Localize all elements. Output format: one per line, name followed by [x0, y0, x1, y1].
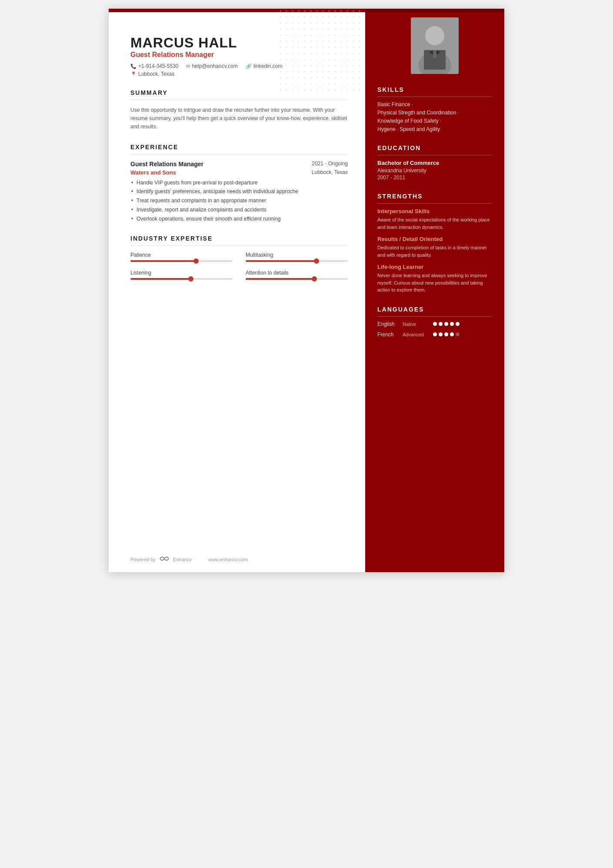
expertise-patience: Patience — [130, 252, 233, 262]
bullet-3: Treat requests and complaints in an appr… — [130, 197, 348, 204]
brand-name: Enhancv — [173, 557, 192, 562]
dot-f1 — [433, 332, 437, 336]
dot-5 — [456, 322, 460, 326]
expertise-section: INDUSTRY EXPERTISE Patience Multitasking — [130, 235, 348, 280]
dot-f2 — [439, 332, 443, 336]
footer: Powered by Enhancv www.enhancv.com — [130, 556, 248, 563]
photo-container — [377, 9, 492, 74]
skill-4: Hygene · Speed and Agility — [377, 126, 492, 132]
expertise-multitasking: Multitasking — [246, 252, 348, 262]
strength-title-1: Interpersonal Skills — [377, 208, 492, 214]
lang-dots-french — [433, 332, 460, 336]
exp-bullets: Handle VIP guests from pre-arrival to po… — [130, 179, 348, 223]
svg-rect-7 — [433, 50, 436, 58]
exp-location: Lubbock, Texas — [312, 169, 348, 176]
footer-website: www.enhancv.com — [208, 557, 248, 562]
dot-3 — [444, 322, 448, 326]
job-title: Guest Relations Manager — [130, 51, 348, 59]
strength-3: Life-long Learner Never done learning an… — [377, 264, 492, 294]
strength-title-3: Life-long Learner — [377, 264, 492, 270]
strength-1: Interpersonal Skills Aware of the social… — [377, 208, 492, 231]
lang-dots-english — [433, 322, 460, 326]
bullet-4: Investigate, report and analize complain… — [130, 206, 348, 214]
lang-french: French Advanced — [377, 332, 492, 338]
experience-title: EXPERIENCE — [130, 144, 348, 151]
languages-title: LANGUAGES — [377, 306, 492, 313]
experience-section: EXPERIENCE Guest Relations Manager 2021 … — [130, 144, 348, 223]
link-icon: 🔗 — [246, 64, 252, 69]
experience-item: Guest Relations Manager 2021 - Ongoing W… — [130, 161, 348, 223]
lang-name-french: French — [377, 332, 400, 338]
skill-1: Basic Finance · — [377, 101, 492, 107]
expertise-grid: Patience Multitasking Listening — [130, 252, 348, 280]
skill-2: Physical Stregth and Coordination · — [377, 110, 492, 116]
person-name: MARCUS HALL — [130, 35, 348, 51]
dot-4 — [450, 322, 454, 326]
languages-section: LANGUAGES English Native French Advanced — [377, 306, 492, 338]
strength-title-2: Results / Detail Oriented — [377, 236, 492, 242]
strength-desc-3: Never done learning and always seeking t… — [377, 272, 492, 294]
profile-photo — [411, 17, 459, 74]
strength-desc-2: Dedicated to completion of tasks in a ti… — [377, 244, 492, 258]
lang-level-french: Advanced — [403, 332, 430, 337]
exp-job-title: Guest Relations Manager — [130, 161, 203, 168]
bullet-5: Overlook operations, ensure their smooth… — [130, 215, 348, 223]
education-title: EDUCATION — [377, 144, 492, 151]
skill-3: Knowledge of Food Safety · — [377, 118, 492, 124]
summary-title: SUMMARY — [130, 89, 348, 96]
bullet-1: Handle VIP guests from pre-arrival to po… — [130, 179, 348, 187]
dot-f5 — [456, 332, 460, 336]
dot-f4 — [450, 332, 454, 336]
location-icon: 📍 — [130, 71, 137, 77]
enhancv-icon — [159, 556, 170, 563]
summary-section: SUMMARY Use this opportunity to intrigue… — [130, 89, 348, 131]
svg-point-3 — [425, 26, 444, 45]
education-section: EDUCATION Bachelor of Commerce Alexandri… — [377, 144, 492, 181]
website-contact: 🔗 linkedin.com — [246, 63, 283, 69]
lang-name-english: English — [377, 321, 400, 327]
powered-by: Powered by Enhancv — [130, 556, 192, 563]
skills-title: SKILLS — [377, 86, 492, 93]
dot-2 — [439, 322, 443, 326]
phone-icon: 📞 — [130, 64, 137, 69]
strength-desc-1: Aware of the social expectations of the … — [377, 216, 492, 231]
strengths-title: STRENGTHS — [377, 193, 492, 200]
skills-section: SKILLS Basic Finance · Physical Stregth … — [377, 86, 492, 132]
phone-contact: 📞 +1-914-345-5530 — [130, 63, 178, 69]
strengths-section: STRENGTHS Interpersonal Skills Aware of … — [377, 193, 492, 294]
strength-2: Results / Detail Oriented Dedicated to c… — [377, 236, 492, 258]
lang-level-english: Native — [403, 322, 430, 327]
expertise-title: INDUSTRY EXPERTISE — [130, 235, 348, 242]
edu-degree: Bachelor of Commerce — [377, 160, 492, 166]
summary-text: Use this opportunity to intrigue and dra… — [130, 106, 348, 131]
expertise-listening: Listening — [130, 270, 233, 280]
edu-years: 2007 - 2011 — [377, 174, 492, 181]
email-icon: ✉ — [186, 64, 190, 69]
exp-date: 2021 - Ongoing — [312, 161, 348, 167]
email-contact: ✉ help@enhancv.com — [186, 63, 237, 69]
dot-f3 — [444, 332, 448, 336]
expertise-attention: Attention to details — [246, 270, 348, 280]
exp-company: Waters and Sons — [130, 169, 176, 176]
location-contact: 📍 Lubbock, Texas — [130, 71, 174, 77]
dot-1 — [433, 322, 437, 326]
edu-school: Alexandria University — [377, 168, 492, 174]
bullet-2: Identify guests' preferences, anticipate… — [130, 188, 348, 195]
lang-english: English Native — [377, 321, 492, 327]
powered-by-label: Powered by — [130, 557, 156, 562]
